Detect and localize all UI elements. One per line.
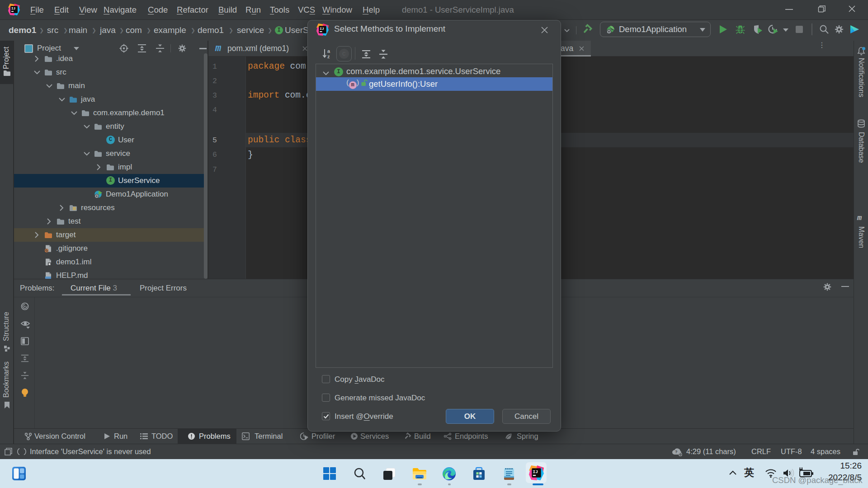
svg-text:a: a xyxy=(327,48,330,54)
svg-text:IJ: IJ xyxy=(533,469,538,474)
svg-text:?: ? xyxy=(675,450,678,454)
svg-text:z: z xyxy=(327,54,330,59)
svg-text:IJ: IJ xyxy=(320,27,324,31)
